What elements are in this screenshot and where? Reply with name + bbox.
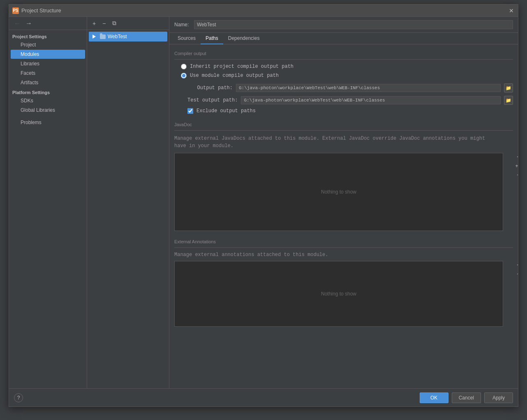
module-item-label: WebTest [108,34,127,39]
title-bar: PS Project Structure ✕ [9,5,518,17]
output-path-browse-button[interactable]: 📁 [504,83,513,92]
name-label: Name: [174,22,191,28]
external-annotations-description: Manage external annotations attached to … [174,252,513,258]
sidebar-content: Project Settings Project Modules Librari… [9,30,87,388]
javadoc-add-from-button[interactable]: +↗ [515,162,518,170]
test-output-path-row: Test output path: 📁 [174,96,513,105]
inherit-radio[interactable] [181,64,187,69]
test-output-path-label: Test output path: [187,97,238,103]
main-content: Name: Sources Paths Dependencies Compile… [169,17,518,388]
add-module-button[interactable]: + [90,19,98,28]
module-panel: + − ⧉ WebTest [87,17,169,388]
javadoc-remove-button[interactable]: − [515,171,518,179]
module-expand-icon [91,33,98,40]
external-annotations-section: External Annotations Manage external ann… [174,238,513,327]
output-path-label: Output path: [187,85,233,91]
window-title: Project Structure [21,7,61,14]
sidebar-item-project[interactable]: Project [11,40,85,49]
use-module-radio[interactable] [181,73,187,78]
tab-dependencies[interactable]: Dependencies [223,33,265,44]
use-module-radio-label: Use module compile output path [190,73,279,78]
external-annotations-list-toolbar: + − [515,261,518,278]
name-input[interactable] [194,20,513,29]
bottom-bar: ? OK Cancel Apply [9,388,518,406]
output-path-input[interactable] [236,84,501,92]
sidebar: ← → Project Settings Project Modules Lib… [9,17,87,388]
javadoc-description: Manage external JavaDocs attached to thi… [174,135,513,150]
cancel-button[interactable]: Cancel [452,392,481,403]
forward-button[interactable]: → [24,19,34,28]
apply-button[interactable]: Apply [484,392,513,403]
test-output-path-browse-button[interactable]: 📁 [504,96,513,105]
sidebar-item-sdks[interactable]: SDKs [11,96,85,105]
tab-sources[interactable]: Sources [173,33,201,44]
inherit-radio-item[interactable]: Inherit project compile output path [181,64,513,69]
javadoc-nothing-label: Nothing to show [321,189,356,195]
project-settings-label: Project Settings [9,32,87,40]
sidebar-item-libraries[interactable]: Libraries [11,59,85,68]
tabs-bar: Sources Paths Dependencies [169,33,518,44]
compiler-output-radio-group: Inherit project compile output path Use … [174,64,513,78]
external-annotations-section-header: External Annotations [174,238,513,248]
sidebar-item-artifacts[interactable]: Artifacts [11,78,85,87]
sidebar-item-facets[interactable]: Facets [11,69,85,78]
tab-paths[interactable]: Paths [201,33,223,44]
name-bar: Name: [169,17,518,33]
module-toolbar: + − ⧉ [87,17,169,30]
module-list: WebTest [87,30,169,388]
platform-settings-label: Platform Settings [9,88,87,96]
sidebar-nav-toolbar: ← → [9,17,87,30]
output-path-row: Output path: 📁 [174,83,513,92]
javadoc-section: JavaDoc Manage external JavaDocs attache… [174,120,513,231]
back-button[interactable]: ← [12,19,22,28]
ext-remove-button[interactable]: − [515,270,518,278]
sidebar-item-problems[interactable]: Problems [11,118,85,127]
app-icon: PS [12,7,19,14]
exclude-checkbox[interactable] [187,108,193,114]
external-annotations-list-area: Nothing to show [174,261,503,327]
exclude-checkbox-row: Exclude output paths [174,108,513,114]
bottom-right: OK Cancel Apply [420,392,513,403]
title-bar-left: PS Project Structure [12,7,61,14]
sidebar-item-modules[interactable]: Modules [11,50,85,59]
javadoc-section-header: JavaDoc [174,120,513,131]
javadoc-list-area: Nothing to show [174,153,503,231]
bottom-left: ? [14,393,23,402]
exclude-label: Exclude output paths [196,108,256,114]
test-output-path-input[interactable] [241,96,501,104]
sidebar-item-global-libraries[interactable]: Global Libraries [11,106,85,115]
remove-module-button[interactable]: − [100,19,108,28]
use-module-radio-item[interactable]: Use module compile output path [181,73,513,78]
javadoc-add-button[interactable]: + [515,153,518,161]
ext-nothing-label: Nothing to show [321,291,356,297]
compiler-output-section-header: Compiler output [174,49,513,60]
window-close-button[interactable]: ✕ [508,7,515,14]
help-button[interactable]: ? [14,393,23,402]
copy-module-button[interactable]: ⧉ [110,19,118,28]
inherit-radio-label: Inherit project compile output path [190,64,294,69]
module-folder-icon [99,33,106,40]
javadoc-list-toolbar: + +↗ − [515,153,518,179]
ext-add-button[interactable]: + [515,261,518,269]
ok-button[interactable]: OK [420,392,448,403]
paths-tab-content: Compiler output Inherit project compile … [169,44,518,388]
module-item-webtest[interactable]: WebTest [89,32,167,42]
